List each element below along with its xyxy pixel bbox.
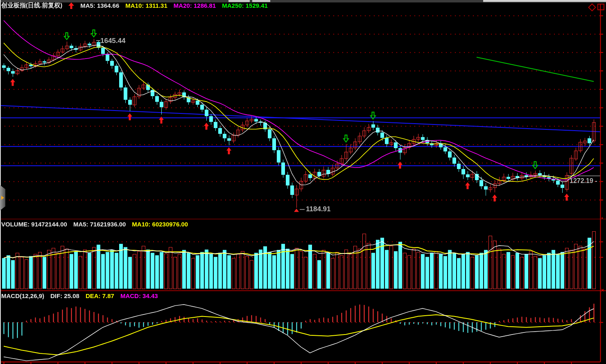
ma250-value: MA250: 1529.41 [222,2,268,9]
chart-window: 创业板指(日线.前复权) MA5: 1364.66 MA10: 1311.31 … [0,0,606,364]
price-pane-header: 创业板指(日线.前复权) MA5: 1364.66 MA10: 1311.31 … [1,2,268,9]
volume-ma10-value: MA10: 60230976.00 [132,221,188,228]
volume-ma5-value: MA5: 71621936.00 [73,221,126,228]
low-price-label: 1184.91 [306,205,331,213]
dea-value: DEA: 7.87 [86,292,114,299]
high-price-label: 1645.44 [100,37,125,45]
up-arrow-icon [68,2,74,9]
dif-value: DIF: 25.08 [50,292,79,299]
macd-indicator-name: MACD(12,26,9) [1,292,44,299]
top-edge-segment [483,0,606,2]
volume-pane-header: VOLUME: 91472144.00 MA5: 71621936.00 MA1… [1,221,188,228]
kline-chart-canvas[interactable] [0,0,606,364]
sidebar-expand-tab[interactable] [0,185,5,210]
current-price-label: 1272.19 - [570,177,597,185]
ma20-value: MA20: 1286.81 [174,2,216,9]
pane-close-icon[interactable]: × [601,287,604,293]
macd-pane-header: MACD(12,26,9) DIF: 25.08 DEA: 7.87 MACD:… [1,292,158,299]
symbol-title: 创业板指(日线.前复权) [1,2,62,9]
window-split-divider [600,5,601,9]
ma5-value: MA5: 1364.66 [80,2,119,9]
window-left-edge [0,0,1,364]
volume-value: VOLUME: 91472144.00 [1,221,67,228]
ma10-value: MA10: 1311.31 [125,2,167,9]
pane-divider-marker-icon[interactable]: ▪ [601,215,603,220]
window-split-icon[interactable] [597,4,604,10]
macd-value: MACD: 34.43 [120,292,158,299]
expand-arrow-icon [1,196,4,200]
